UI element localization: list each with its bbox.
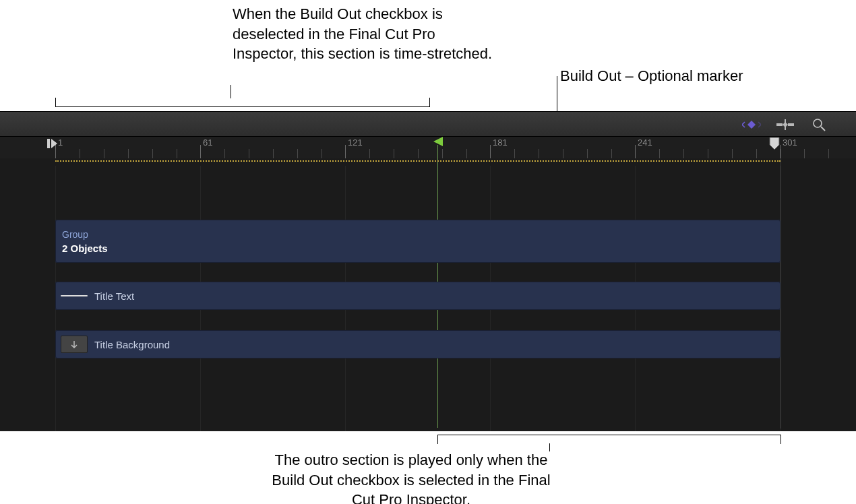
svg-rect-1 bbox=[788, 123, 794, 126]
ruler-tick-1: 1 bbox=[58, 137, 63, 148]
timeline-ruler[interactable]: 1 61 121 181 241 301 bbox=[0, 137, 856, 158]
svg-point-3 bbox=[814, 119, 822, 127]
svg-rect-0 bbox=[776, 123, 783, 126]
project-start-marker[interactable] bbox=[50, 139, 58, 151]
title-text-label: Title Text bbox=[94, 290, 134, 302]
project-end-marker[interactable] bbox=[768, 137, 781, 150]
ruler-tick-181: 181 bbox=[493, 137, 508, 148]
timeline-tracks: Group 2 Objects Title Text Title Backgro… bbox=[0, 166, 856, 431]
callout-outro-section: The outro section is played only when th… bbox=[270, 450, 553, 504]
title-text-clip[interactable]: Title Text bbox=[55, 282, 781, 310]
leader-time-stretched bbox=[231, 85, 231, 98]
group-clip[interactable]: Group 2 Objects bbox=[55, 220, 781, 263]
svg-rect-2 bbox=[785, 119, 786, 130]
group-object-count: 2 Objects bbox=[62, 243, 108, 254]
background-thumbnail-icon bbox=[61, 336, 88, 353]
ruler-tick-61: 61 bbox=[203, 137, 212, 148]
callout-build-out-marker: Build Out – Optional marker bbox=[560, 66, 743, 86]
leader-outro bbox=[549, 443, 550, 451]
svg-line-4 bbox=[821, 127, 825, 131]
keyframe-nav-button[interactable] bbox=[741, 117, 762, 132]
title-background-clip[interactable]: Title Background bbox=[55, 330, 781, 358]
snapping-button[interactable] bbox=[775, 117, 795, 132]
bracket-outro bbox=[437, 435, 781, 444]
figure-root: When the Build Out checkbox is deselecte… bbox=[0, 0, 856, 504]
ruler-tick-301: 301 bbox=[783, 137, 797, 148]
callout-time-stretched: When the Build Out checkbox is deselecte… bbox=[233, 4, 502, 64]
group-title: Group bbox=[62, 229, 88, 240]
timeline-panel: 1 61 121 181 241 301 bbox=[0, 111, 856, 431]
bracket-time-stretched bbox=[55, 98, 430, 107]
ruler-tick-241: 241 bbox=[638, 137, 652, 148]
title-background-label: Title Background bbox=[94, 339, 170, 350]
text-thumbnail-icon bbox=[61, 295, 88, 296]
ruler-tick-121: 121 bbox=[348, 137, 363, 148]
zoom-button[interactable] bbox=[809, 117, 829, 132]
timeline-toolbar bbox=[0, 112, 856, 137]
project-start-bar bbox=[47, 139, 50, 148]
play-range-indicator bbox=[55, 160, 781, 162]
